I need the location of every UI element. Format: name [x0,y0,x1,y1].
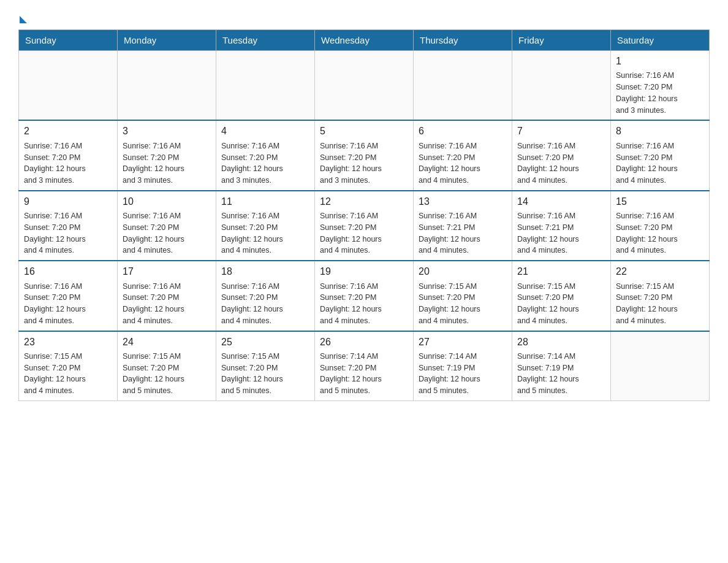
calendar-day-header: Thursday [414,30,512,51]
calendar-day-cell: 2Sunrise: 7:16 AM Sunset: 7:20 PM Daylig… [19,120,118,190]
day-info: Sunrise: 7:14 AM Sunset: 7:20 PM Dayligh… [320,351,408,397]
logo [18,12,27,23]
day-number: 2 [24,124,112,138]
calendar-day-cell: 13Sunrise: 7:16 AM Sunset: 7:21 PM Dayli… [414,191,512,261]
day-number: 9 [24,195,112,209]
calendar-day-cell: 18Sunrise: 7:16 AM Sunset: 7:20 PM Dayli… [216,261,315,331]
day-number: 3 [123,124,211,138]
calendar-day-cell: 16Sunrise: 7:16 AM Sunset: 7:20 PM Dayli… [19,261,118,331]
calendar-day-cell: 27Sunrise: 7:14 AM Sunset: 7:19 PM Dayli… [414,331,512,401]
calendar-day-cell: 8Sunrise: 7:16 AM Sunset: 7:20 PM Daylig… [611,120,710,190]
day-info: Sunrise: 7:16 AM Sunset: 7:20 PM Dayligh… [616,140,704,186]
calendar-week-row: 16Sunrise: 7:16 AM Sunset: 7:20 PM Dayli… [19,261,710,331]
logo-arrow-icon [20,16,27,23]
day-number: 5 [320,124,408,138]
calendar-week-row: 2Sunrise: 7:16 AM Sunset: 7:20 PM Daylig… [19,120,710,190]
day-number: 11 [221,195,309,209]
day-number: 28 [517,335,605,349]
day-number: 14 [517,195,605,209]
day-info: Sunrise: 7:14 AM Sunset: 7:19 PM Dayligh… [419,351,507,397]
day-info: Sunrise: 7:14 AM Sunset: 7:19 PM Dayligh… [517,351,605,397]
calendar-day-cell: 3Sunrise: 7:16 AM Sunset: 7:20 PM Daylig… [118,120,216,190]
calendar-day-cell: 28Sunrise: 7:14 AM Sunset: 7:19 PM Dayli… [512,331,611,401]
day-number: 8 [616,124,704,138]
day-info: Sunrise: 7:15 AM Sunset: 7:20 PM Dayligh… [221,351,309,397]
day-number: 4 [221,124,309,138]
day-info: Sunrise: 7:16 AM Sunset: 7:21 PM Dayligh… [517,210,605,256]
day-info: Sunrise: 7:16 AM Sunset: 7:20 PM Dayligh… [320,281,408,327]
calendar-day-header: Monday [118,30,216,51]
calendar-day-cell [414,51,512,121]
day-info: Sunrise: 7:16 AM Sunset: 7:20 PM Dayligh… [221,140,309,186]
day-info: Sunrise: 7:16 AM Sunset: 7:20 PM Dayligh… [24,281,112,327]
calendar-day-cell [315,51,414,121]
calendar-day-header: Sunday [19,30,118,51]
day-number: 22 [616,265,704,278]
day-info: Sunrise: 7:15 AM Sunset: 7:20 PM Dayligh… [123,351,211,397]
calendar-day-cell: 11Sunrise: 7:16 AM Sunset: 7:20 PM Dayli… [216,191,315,261]
day-info: Sunrise: 7:15 AM Sunset: 7:20 PM Dayligh… [24,351,112,397]
calendar-week-row: 1Sunrise: 7:16 AM Sunset: 7:20 PM Daylig… [19,51,710,121]
day-number: 21 [517,265,605,278]
day-info: Sunrise: 7:15 AM Sunset: 7:20 PM Dayligh… [517,281,605,327]
calendar-day-cell: 24Sunrise: 7:15 AM Sunset: 7:20 PM Dayli… [118,331,216,401]
calendar-day-cell: 19Sunrise: 7:16 AM Sunset: 7:20 PM Dayli… [315,261,414,331]
calendar-day-cell: 23Sunrise: 7:15 AM Sunset: 7:20 PM Dayli… [19,331,118,401]
calendar-day-cell [611,331,710,401]
calendar-day-cell: 17Sunrise: 7:16 AM Sunset: 7:20 PM Dayli… [118,261,216,331]
day-number: 6 [419,124,507,138]
day-info: Sunrise: 7:16 AM Sunset: 7:20 PM Dayligh… [320,140,408,186]
calendar-day-cell: 5Sunrise: 7:16 AM Sunset: 7:20 PM Daylig… [315,120,414,190]
day-number: 25 [221,335,309,349]
calendar-day-header: Saturday [611,30,710,51]
calendar-day-cell [19,51,118,121]
day-info: Sunrise: 7:16 AM Sunset: 7:20 PM Dayligh… [616,70,704,116]
calendar-day-cell: 20Sunrise: 7:15 AM Sunset: 7:20 PM Dayli… [414,261,512,331]
day-number: 18 [221,265,309,278]
calendar-week-row: 23Sunrise: 7:15 AM Sunset: 7:20 PM Dayli… [19,331,710,401]
day-number: 13 [419,195,507,209]
day-number: 26 [320,335,408,349]
day-number: 19 [320,265,408,278]
day-info: Sunrise: 7:16 AM Sunset: 7:20 PM Dayligh… [616,210,704,256]
day-info: Sunrise: 7:16 AM Sunset: 7:20 PM Dayligh… [24,140,112,186]
day-number: 16 [24,265,112,278]
day-number: 27 [419,335,507,349]
day-info: Sunrise: 7:15 AM Sunset: 7:20 PM Dayligh… [616,281,704,327]
calendar-day-cell: 12Sunrise: 7:16 AM Sunset: 7:20 PM Dayli… [315,191,414,261]
calendar-day-cell [512,51,611,121]
calendar-header-row: SundayMondayTuesdayWednesdayThursdayFrid… [19,30,710,51]
day-number: 12 [320,195,408,209]
calendar-day-cell: 9Sunrise: 7:16 AM Sunset: 7:20 PM Daylig… [19,191,118,261]
calendar-week-row: 9Sunrise: 7:16 AM Sunset: 7:20 PM Daylig… [19,191,710,261]
day-number: 17 [123,265,211,278]
calendar-table: SundayMondayTuesdayWednesdayThursdayFrid… [18,29,710,401]
day-info: Sunrise: 7:16 AM Sunset: 7:20 PM Dayligh… [419,140,507,186]
day-number: 10 [123,195,211,209]
calendar-day-cell: 7Sunrise: 7:16 AM Sunset: 7:20 PM Daylig… [512,120,611,190]
page-header [18,12,710,23]
calendar-day-header: Friday [512,30,611,51]
day-info: Sunrise: 7:16 AM Sunset: 7:20 PM Dayligh… [517,140,605,186]
day-number: 24 [123,335,211,349]
day-number: 15 [616,195,704,209]
day-info: Sunrise: 7:16 AM Sunset: 7:20 PM Dayligh… [123,281,211,327]
day-number: 7 [517,124,605,138]
calendar-day-cell: 22Sunrise: 7:15 AM Sunset: 7:20 PM Dayli… [611,261,710,331]
calendar-day-header: Wednesday [315,30,414,51]
day-number: 20 [419,265,507,278]
day-info: Sunrise: 7:15 AM Sunset: 7:20 PM Dayligh… [419,281,507,327]
calendar-day-cell: 26Sunrise: 7:14 AM Sunset: 7:20 PM Dayli… [315,331,414,401]
day-info: Sunrise: 7:16 AM Sunset: 7:20 PM Dayligh… [123,140,211,186]
calendar-day-cell: 6Sunrise: 7:16 AM Sunset: 7:20 PM Daylig… [414,120,512,190]
day-info: Sunrise: 7:16 AM Sunset: 7:20 PM Dayligh… [24,210,112,256]
day-info: Sunrise: 7:16 AM Sunset: 7:20 PM Dayligh… [123,210,211,256]
calendar-day-cell: 25Sunrise: 7:15 AM Sunset: 7:20 PM Dayli… [216,331,315,401]
calendar-day-cell [118,51,216,121]
calendar-day-cell [216,51,315,121]
calendar-day-cell: 14Sunrise: 7:16 AM Sunset: 7:21 PM Dayli… [512,191,611,261]
calendar-day-cell: 4Sunrise: 7:16 AM Sunset: 7:20 PM Daylig… [216,120,315,190]
day-info: Sunrise: 7:16 AM Sunset: 7:20 PM Dayligh… [221,210,309,256]
day-info: Sunrise: 7:16 AM Sunset: 7:20 PM Dayligh… [320,210,408,256]
calendar-day-cell: 1Sunrise: 7:16 AM Sunset: 7:20 PM Daylig… [611,51,710,121]
